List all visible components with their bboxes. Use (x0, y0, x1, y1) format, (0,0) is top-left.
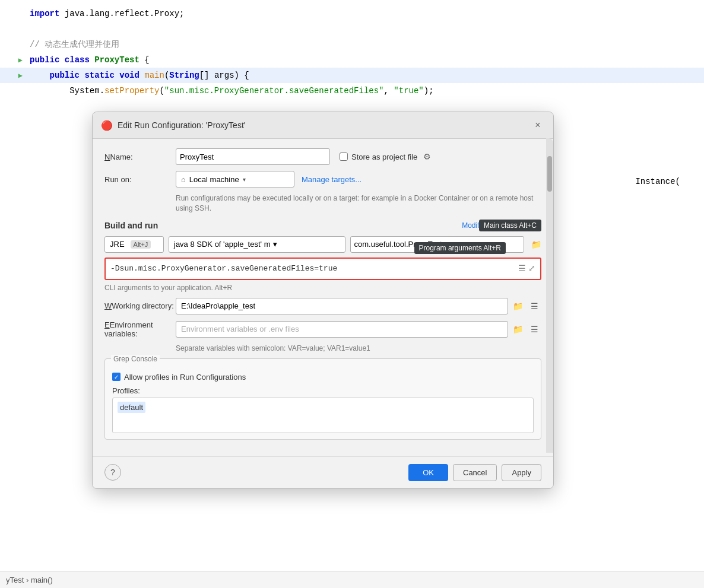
footer-buttons: OK Cancel Apply (408, 464, 541, 481)
grep-inner: ✓ Allow profiles in Run Configurations P… (112, 373, 534, 433)
cli-hint: CLI arguments to your application. Alt+R (104, 284, 541, 292)
run-on-value: Local machine (189, 175, 239, 184)
breadcrumb-text: yTest › main() (6, 576, 53, 584)
grep-console-section: Grep Console ✓ Allow profiles in Run Con… (104, 358, 541, 440)
run-icon-4[interactable]: ▶ (18, 56, 23, 65)
allow-profiles-label: Allow profiles in Run Configurations (124, 373, 246, 382)
run-config-dialog: 🔴 Edit Run Configuration: 'ProxyTest' × … (92, 112, 554, 489)
manage-targets-link[interactable]: Manage targets... (302, 175, 361, 184)
run-on-row: Run on: ⌂ Local machine ▾ Manage targets… (104, 171, 541, 187)
code-line-5: ▶ public static void main(String[] args)… (0, 68, 704, 83)
env-vars-input[interactable]: Environment variables or .env files (176, 321, 508, 338)
cancel-button[interactable]: Cancel (453, 464, 497, 481)
profiles-list: default (112, 398, 534, 433)
store-checkbox-area: Store as project file ⚙ (340, 152, 431, 161)
sdk-dropdown[interactable]: java 8 SDK of 'apple_test' m ▾ (169, 236, 345, 253)
prog-args-field[interactable]: -Dsun.misc.ProxyGenerator.saveGeneratedF… (104, 258, 541, 280)
help-button[interactable]: ? (104, 464, 121, 481)
prog-args-text: -Dsun.misc.ProxyGenerator.saveGeneratedF… (110, 264, 518, 273)
allow-profiles-checkbox[interactable]: ✓ (112, 373, 120, 381)
main-class-tooltip: Main class Alt+C (479, 220, 541, 231)
name-label: NName: (104, 152, 176, 161)
env-vars-doc-icon[interactable]: ☰ (527, 322, 541, 336)
code-line-6: System.setProperty("sun.misc.ProxyGenera… (0, 83, 704, 98)
doc-icon[interactable]: ☰ (518, 263, 526, 274)
prog-args-field-icons: ☰ ⤢ (518, 263, 535, 274)
name-input[interactable] (176, 148, 330, 165)
code-line-3: // 动态生成代理并使用 (0, 37, 704, 52)
profile-item-default: default (118, 402, 145, 413)
code-line-1: import java.lang.reflect.Proxy; (0, 6, 704, 21)
dialog-body: NName: Store as project file ⚙ Run on: ⌂… (93, 139, 553, 456)
profiles-label-text: Profiles: (112, 386, 534, 395)
line-gutter-4: ▶ (6, 56, 30, 65)
store-label: Store as project file (351, 152, 417, 161)
dialog-title: Edit Run Configuration: 'ProxyTest' (118, 120, 531, 130)
sdk-chevron-icon: ▾ (273, 240, 277, 249)
expand-icon[interactable]: ⤢ (528, 263, 535, 274)
code-line-4: ▶ public class ProxyTest { (0, 52, 704, 68)
working-dir-value: E:\IdeaPro\apple_test (181, 301, 255, 310)
working-dir-doc-icon[interactable]: ☰ (527, 299, 541, 313)
line-gutter-5: ▶ (6, 71, 30, 80)
run-on-label: Run on: (104, 175, 176, 184)
home-icon: ⌂ (181, 175, 186, 184)
working-dir-folder-icon[interactable]: 📁 (510, 299, 525, 313)
env-vars-label: EEnvironment variables: (104, 320, 176, 338)
dialog-scrollbar[interactable] (546, 138, 553, 453)
folder-icon[interactable]: 📁 (531, 240, 541, 249)
sdk-value: java 8 SDK of 'apple_test' m (174, 240, 271, 249)
run-on-dropdown[interactable]: ⌂ Local machine ▾ (176, 171, 294, 187)
allow-profiles-row: ✓ Allow profiles in Run Configurations (112, 373, 534, 382)
working-dir-row: WWorking directory: E:\IdeaPro\apple_tes… (104, 298, 541, 314)
env-vars-row: EEnvironment variables: Environment vari… (104, 320, 541, 338)
gear-icon[interactable]: ⚙ (423, 152, 431, 161)
main-class-icons: 📁 (531, 240, 541, 249)
apply-button[interactable]: Apply (502, 464, 541, 481)
dialog-footer: ? OK Cancel Apply (93, 456, 553, 488)
run-icon-5[interactable]: ▶ (18, 71, 23, 80)
code-line-2 (0, 21, 704, 37)
close-button[interactable]: × (531, 118, 545, 132)
ok-button[interactable]: OK (408, 464, 448, 481)
prog-args-tooltip: Program arguments Alt+R (414, 242, 506, 254)
grep-console-title: Grep Console (111, 355, 160, 363)
run-on-hint: Run configurations may be executed local… (176, 193, 541, 214)
scrollbar-thumb[interactable] (547, 156, 552, 192)
name-row: NName: Store as project file ⚙ (104, 148, 541, 165)
chevron-down-icon: ▾ (243, 176, 246, 183)
env-vars-folder-icon[interactable]: 📁 (510, 322, 525, 336)
breadcrumb: yTest › main() (0, 571, 704, 588)
semicolon-hint: Separate variables with semicolon: VAR=v… (176, 344, 541, 352)
env-vars-placeholder: Environment variables or .env files (181, 325, 299, 333)
working-dir-label: WWorking directory: (104, 301, 176, 310)
build-run-section-title: Build and run Modify options ˅ Alt+M (104, 221, 541, 230)
jre-shortcut-badge: Alt+J (131, 240, 151, 249)
dialog-titlebar: 🔴 Edit Run Configuration: 'ProxyTest' × (93, 112, 553, 139)
store-as-project-checkbox[interactable] (340, 152, 348, 161)
run-config-icon: 🔴 (101, 119, 113, 131)
instance-text: Instance( (635, 177, 680, 186)
program-args-container: Program arguments Alt+R -Dsun.misc.Proxy… (104, 258, 541, 280)
jre-dropdown[interactable]: JRE Alt+J (104, 236, 164, 253)
jre-label: JRE (110, 240, 125, 249)
working-dir-input[interactable]: E:\IdeaPro\apple_test (176, 298, 508, 314)
